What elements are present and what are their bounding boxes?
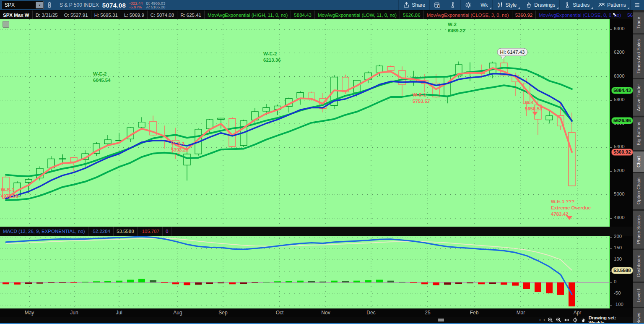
macd-axis[interactable]: 200150100500-50-10053.5588 (609, 236, 634, 308)
price-chart-canvas[interactable]: W-E-26045.54W-E-26213.36W-26459.22W-S-15… (0, 19, 609, 227)
sidebar-tab-phase-scores[interactable]: Phase Scores (633, 211, 644, 248)
pan-hand-icon[interactable] (580, 317, 586, 323)
wave-annotation: 5393.28 (171, 147, 189, 152)
time-axis-label: Sep (218, 310, 227, 316)
drawing-set-selector[interactable]: Drawing set: Weekly (589, 315, 633, 324)
axis-tick (610, 294, 612, 294)
macd-value-line (6, 237, 572, 294)
sidebar-tab-active-trader[interactable]: Active Trader (633, 79, 644, 116)
time-axis[interactable]: MayJunJulAugSepOctNovDec25FebMarApr (0, 308, 633, 317)
macd-study-label[interactable]: MACD (12, 26, 9, EXPONENTIAL, no) (0, 227, 88, 236)
macd-histogram-bar (93, 281, 100, 282)
sidebar-tab-trade[interactable]: Trade (633, 12, 644, 33)
macd-histogram-bar (297, 281, 304, 282)
analyze-button[interactable] (445, 0, 460, 10)
sidebar-tab-level-ii[interactable]: Level II (633, 283, 644, 307)
macd-histogram-bar (467, 282, 473, 283)
sidebar-tab-times-and-sales[interactable]: Times And Sales (633, 34, 644, 78)
time-axis-label: Jun (70, 310, 78, 316)
zoom-out-icon[interactable] (548, 317, 553, 323)
candle-body (25, 180, 32, 183)
macd-badge: 53.5588 (611, 267, 633, 274)
macd-chart-canvas[interactable] (0, 236, 609, 308)
ohlc-cell: L: 5069.9 (121, 10, 148, 20)
sidebar-tab-option-chain[interactable]: Option Chain (633, 173, 644, 209)
zoom-in-icon[interactable] (556, 317, 562, 323)
candle-body (569, 132, 575, 186)
macd-histogram-bar (410, 282, 417, 283)
study-value-cell: 5360.92 (512, 10, 536, 20)
macd-histogram-bar (286, 281, 292, 282)
study-value-cell: 5884.43 (291, 10, 315, 20)
cursor-tool-icon[interactable] (610, 10, 619, 19)
price-axis[interactable]: 6400620060005800560054005200500048005884… (609, 19, 634, 227)
candle-style-icon (497, 2, 504, 8)
macd-histogram-bar (252, 282, 258, 283)
settings-button[interactable] (461, 0, 476, 10)
share-icon (403, 2, 410, 8)
study-name-cell[interactable]: MovAvgExponential (CLOSE, 3, 0, no) (424, 10, 512, 20)
drawings-button[interactable]: Drawings (521, 0, 559, 10)
horizontal-scrollbar-thumb[interactable] (438, 319, 444, 321)
pan-right-button[interactable]: › (543, 317, 545, 323)
dropdown-indicator (627, 7, 629, 9)
symbol-combo[interactable]: SPX ▼ (2, 1, 44, 9)
timeframe-button[interactable]: Wk (476, 0, 492, 10)
macd-histogram-bar (14, 282, 21, 285)
macd-histogram-bar (25, 282, 32, 284)
calendar-icon (434, 2, 441, 8)
sidebar-tab-chart[interactable]: Chart (633, 152, 644, 172)
fit-width-icon[interactable] (564, 317, 570, 323)
axis-tick (610, 124, 612, 124)
calendar-button[interactable] (430, 0, 445, 10)
chart-title: SPX Max W (0, 10, 33, 20)
macd-histogram-bar (82, 282, 88, 282)
sidebar-tab-big-buttons[interactable]: Big Buttons (633, 117, 644, 150)
macd-histogram-bar (240, 282, 247, 284)
macd-value-cells: -52.228453.5588-105.7870 (88, 227, 172, 236)
wave-annotation: Extreme Overdue (551, 205, 591, 210)
gadget-sidebar: TradeTimes And SalesActive TraderBig But… (633, 10, 644, 323)
macd-histogram-bar (512, 282, 519, 286)
candle-body (59, 159, 66, 159)
study-name-cell[interactable]: MovAvgExponential (HIGH, 11, 0, no) (205, 10, 291, 20)
wave-annotation: W-4 (525, 100, 534, 105)
patterns-button[interactable]: Patterns (594, 0, 630, 10)
axis-tick (610, 260, 612, 260)
dropdown-indicator (556, 7, 558, 9)
macd-histogram-bar (116, 281, 122, 282)
grid-menu-button[interactable] (631, 0, 644, 10)
price-badge: 5884.43 (611, 87, 633, 94)
symbol-dropdown-button[interactable]: ▼ (36, 2, 43, 8)
sidebar-tab-live-news[interactable]: Live News (633, 308, 644, 323)
bid-ask: B: 4966.03A: 5165.28 (146, 1, 165, 9)
time-axis-label: Aug (173, 310, 182, 316)
macd-histogram-bar (489, 282, 496, 284)
sidebar-tab-dashboard[interactable]: Dashboard (633, 250, 644, 282)
share-button[interactable]: Share (399, 0, 429, 10)
studies-button[interactable]: Studies (560, 0, 594, 10)
candle-body (444, 77, 451, 96)
study-value-cell: 5622.67 (624, 10, 633, 20)
study-value-cell: 5626.86 (400, 10, 424, 20)
wave-annotation: W-E-2 (263, 51, 277, 56)
study-name-cell[interactable]: MovAvgExponential (LOW, 11, 0, no) (315, 10, 400, 20)
link-channel-button[interactable] (44, 0, 55, 10)
wave-annotation: W-E-1 ??? (551, 199, 575, 204)
axis-tick (610, 305, 612, 306)
crosshair-icon[interactable] (572, 317, 578, 323)
gear-icon (465, 2, 472, 8)
symbol-input[interactable]: SPX (2, 2, 36, 8)
style-button[interactable]: Style (493, 0, 521, 10)
candle-body (218, 118, 224, 120)
wave-annotation: 6213.36 (263, 57, 281, 63)
symbol-description: S & P 500 INDEX (60, 2, 99, 8)
macd-axis-label: 100 (614, 256, 622, 261)
chart-grip[interactable] (3, 21, 9, 28)
macd-histogram-bar (3, 282, 9, 284)
macd-axis-label: -50 (614, 290, 621, 295)
last-price: 5074.08 (102, 2, 126, 9)
macd-histogram-bar (184, 282, 190, 285)
pan-left-button[interactable]: ‹ (539, 317, 541, 323)
macd-histogram-bar (195, 282, 202, 285)
